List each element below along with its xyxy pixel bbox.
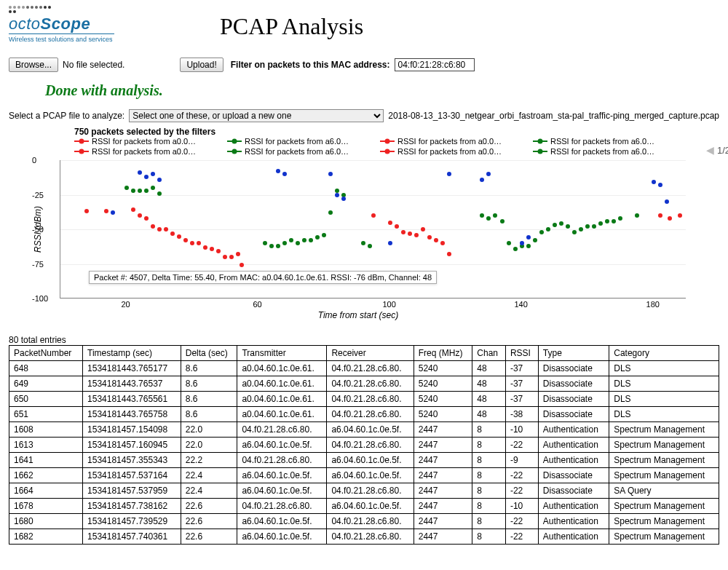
browse-button[interactable]: Browse... <box>9 58 58 72</box>
data-point[interactable] <box>526 244 531 248</box>
data-point[interactable] <box>520 241 524 245</box>
data-point[interactable] <box>197 241 201 245</box>
data-point[interactable] <box>164 227 168 231</box>
data-point[interactable] <box>507 241 511 245</box>
table-row[interactable]: 6501534181443.7655618.6a0.04.60.1c.0e.61… <box>9 392 719 407</box>
column-header[interactable]: PacketNumber <box>9 346 83 361</box>
legend-item[interactable]: RSSI for packets from a6.0… <box>227 147 373 156</box>
data-point[interactable] <box>229 255 234 259</box>
data-point[interactable] <box>480 213 484 218</box>
data-point[interactable] <box>210 247 214 251</box>
data-point[interactable] <box>263 241 267 245</box>
data-point[interactable] <box>203 245 207 250</box>
data-point[interactable] <box>421 227 425 231</box>
data-point[interactable] <box>635 213 639 218</box>
data-point[interactable] <box>104 209 108 213</box>
data-point[interactable] <box>395 224 399 229</box>
column-header[interactable]: RSSI <box>505 346 538 361</box>
data-point[interactable] <box>124 186 129 190</box>
data-point[interactable] <box>408 231 412 236</box>
data-point[interactable] <box>658 213 662 218</box>
table-row[interactable]: 16641534181457.53795922.4a6.04.60.1c.0e.… <box>9 483 719 499</box>
data-point[interactable] <box>447 252 451 256</box>
data-point[interactable] <box>652 180 656 184</box>
data-point[interactable] <box>138 189 142 193</box>
data-point[interactable] <box>480 178 484 182</box>
data-point[interactable] <box>434 238 438 242</box>
data-point[interactable] <box>144 216 149 221</box>
data-point[interactable] <box>302 238 306 242</box>
table-row[interactable]: 16801534181457.73952922.6a6.04.60.1c.0e.… <box>9 514 719 529</box>
data-point[interactable] <box>144 189 149 193</box>
column-header[interactable]: Freq (MHz) <box>414 346 472 361</box>
data-point[interactable] <box>486 216 491 221</box>
data-point[interactable] <box>236 252 240 256</box>
data-point[interactable] <box>371 213 376 218</box>
data-point[interactable] <box>328 172 333 176</box>
table-row[interactable]: 6491534181443.765378.6a0.04.60.1c.0e.61.… <box>9 376 719 392</box>
data-point[interactable] <box>546 227 550 231</box>
table-row[interactable]: 16081534181457.15409822.004.f0.21.28.c6.… <box>9 422 719 438</box>
data-point[interactable] <box>131 189 135 193</box>
data-point[interactable] <box>414 233 419 237</box>
table-row[interactable]: 16411534181457.35534322.204.f0.21.28.c6.… <box>9 453 719 468</box>
data-point[interactable] <box>309 238 313 242</box>
column-header[interactable]: Timestamp (sec) <box>83 346 181 361</box>
column-header[interactable]: Category <box>609 346 719 361</box>
data-point[interactable] <box>618 216 622 221</box>
data-point[interactable] <box>157 178 162 182</box>
data-point[interactable] <box>282 172 287 176</box>
data-point[interactable] <box>539 230 544 234</box>
data-point[interactable] <box>151 224 155 229</box>
data-point[interactable] <box>289 238 293 242</box>
data-point[interactable] <box>440 241 445 245</box>
data-point[interactable] <box>216 249 221 253</box>
data-point[interactable] <box>322 233 326 237</box>
data-point[interactable] <box>183 238 188 242</box>
data-point[interactable] <box>513 247 518 251</box>
data-point[interactable] <box>157 191 162 196</box>
data-point[interactable] <box>665 199 669 204</box>
data-point[interactable] <box>388 241 392 245</box>
pcap-select[interactable]: Select one of these, or upload a new one <box>129 109 384 122</box>
legend-item[interactable]: RSSI for packets from a0.0… <box>74 147 220 156</box>
legend-item[interactable]: RSSI for packets from a6.0… <box>533 147 678 156</box>
table-row[interactable]: 16821534181457.74036122.6a6.04.60.1c.0e.… <box>9 529 719 545</box>
table-row[interactable]: 6511534181443.7657588.6a0.04.60.1c.0e.61… <box>9 407 719 422</box>
data-point[interactable] <box>223 255 227 259</box>
data-point[interactable] <box>579 227 583 231</box>
column-header[interactable]: Transmitter <box>237 346 327 361</box>
data-point[interactable] <box>668 216 672 221</box>
data-point[interactable] <box>157 227 162 231</box>
upload-button[interactable]: Upload! <box>180 58 223 72</box>
legend-item[interactable]: RSSI for packets from a0.0… <box>380 137 526 146</box>
data-point[interactable] <box>553 223 557 227</box>
column-header[interactable]: Chan <box>472 346 506 361</box>
legend-item[interactable]: RSSI for packets from a6.0… <box>533 137 678 146</box>
data-point[interactable] <box>533 238 537 242</box>
column-header[interactable]: Delta (sec) <box>181 346 237 361</box>
data-point[interactable] <box>368 244 372 248</box>
data-point[interactable] <box>276 244 280 248</box>
mac-address-input[interactable] <box>395 58 475 71</box>
data-point[interactable] <box>572 230 577 234</box>
column-header[interactable]: Type <box>538 346 609 361</box>
data-point[interactable] <box>427 235 432 240</box>
column-header[interactable]: Receiver <box>327 346 414 361</box>
table-row[interactable]: 16131534181457.16094522.0a6.04.60.1c.0e.… <box>9 438 719 453</box>
data-point[interactable] <box>282 241 287 245</box>
data-point[interactable] <box>151 172 155 176</box>
data-point[interactable] <box>131 207 135 212</box>
data-point[interactable] <box>559 221 563 226</box>
data-point[interactable] <box>111 210 115 215</box>
data-point[interactable] <box>315 235 320 240</box>
data-point[interactable] <box>598 221 603 226</box>
table-row[interactable]: 16781534181457.73816222.604.f0.21.28.c6.… <box>9 499 719 514</box>
data-point[interactable] <box>500 219 505 223</box>
data-point[interactable] <box>658 183 662 187</box>
data-point[interactable] <box>493 213 497 218</box>
data-point[interactable] <box>269 244 274 248</box>
data-point[interactable] <box>240 263 244 267</box>
data-point[interactable] <box>566 224 570 229</box>
data-point[interactable] <box>276 169 280 173</box>
